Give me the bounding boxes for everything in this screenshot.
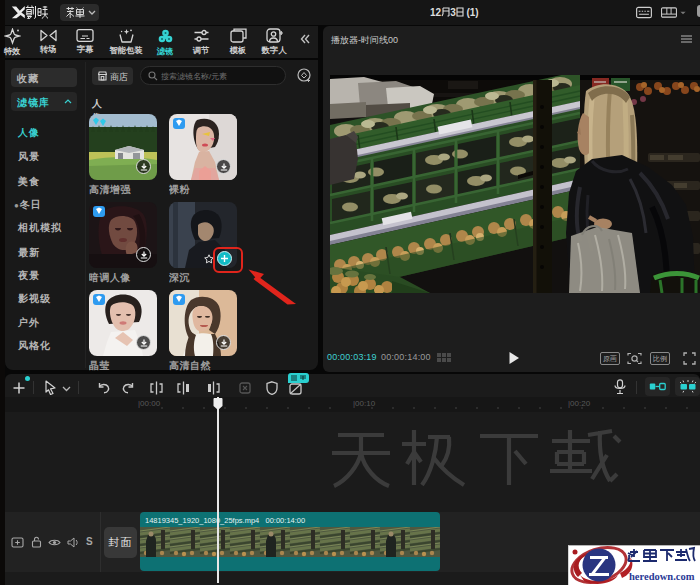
svg-text:heredown.com: heredown.com [629, 571, 695, 582]
